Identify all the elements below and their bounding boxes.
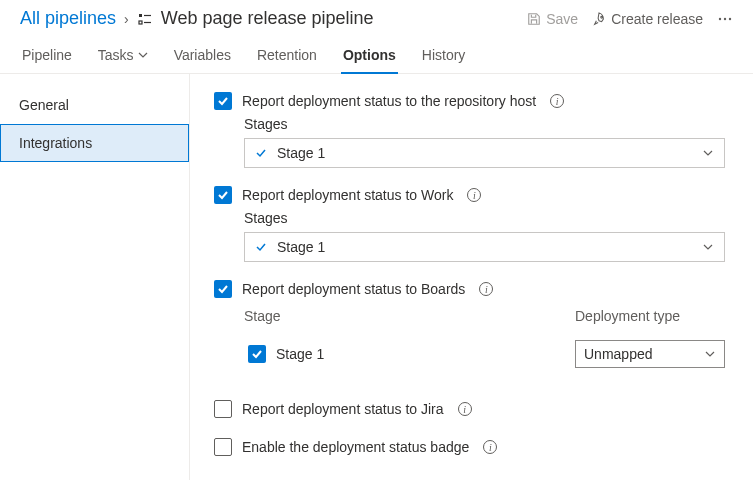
checkbox-boards[interactable] [214,280,232,298]
create-release-button[interactable]: Create release [592,11,703,27]
option-jira: Report deployment status to Jira i [214,400,725,418]
info-icon[interactable]: i [483,440,497,454]
check-icon [255,241,267,253]
col-deployment-type: Deployment type [575,308,725,324]
svg-point-6 [729,17,731,19]
info-icon[interactable]: i [479,282,493,296]
option-label: Report deployment status to Boards [242,281,465,297]
sub-block-boards: Stage Deployment type Stage 1 Unmapped [244,308,725,368]
check-icon [217,189,229,201]
tab-tasks[interactable]: Tasks [96,41,150,73]
chevron-down-icon [704,348,716,360]
option-label: Report deployment status to the reposito… [242,93,536,109]
stage-cell: Stage 1 [276,346,324,362]
header: All pipelines › Web page release pipelin… [0,0,753,33]
body: General Integrations Report deployment s… [0,74,753,480]
more-button[interactable] [717,11,733,27]
sub-block-work: Stages Stage 1 [244,210,725,262]
tab-pipeline[interactable]: Pipeline [20,41,74,73]
option-badge: Enable the deployment status badge i [214,438,725,456]
stages-dropdown-work[interactable]: Stage 1 [244,232,725,262]
chevron-down-icon [702,147,714,159]
tab-history[interactable]: History [420,41,468,73]
tab-variables[interactable]: Variables [172,41,233,73]
stages-label: Stages [244,210,725,226]
option-label: Report deployment status to Jira [242,401,444,417]
save-icon [527,12,541,26]
tab-options[interactable]: Options [341,41,398,73]
more-icon [717,11,733,27]
tab-bar: Pipeline Tasks Variables Retention Optio… [0,33,753,74]
content: Report deployment status to the reposito… [190,74,753,480]
sidebar-item-general[interactable]: General [0,86,189,124]
page-title: Web page release pipeline [161,8,374,29]
check-icon [217,283,229,295]
chevron-down-icon [138,50,148,60]
svg-point-4 [719,17,721,19]
stages-label: Stages [244,116,725,132]
stages-dropdown-repo-host[interactable]: Stage 1 [244,138,725,168]
checkbox-badge[interactable] [214,438,232,456]
check-icon [251,348,263,360]
info-icon[interactable]: i [467,188,481,202]
deployment-type-select[interactable]: Unmapped [575,340,725,368]
col-stage: Stage [244,308,575,324]
tab-retention[interactable]: Retention [255,41,319,73]
chevron-down-icon [702,241,714,253]
breadcrumb-separator: › [124,11,129,27]
checkbox-jira[interactable] [214,400,232,418]
checkbox-stage-row[interactable] [248,345,266,363]
save-button: Save [527,11,578,27]
info-icon[interactable]: i [458,402,472,416]
info-icon[interactable]: i [550,94,564,108]
rocket-icon [592,12,606,26]
sidebar-item-integrations[interactable]: Integrations [0,124,189,162]
sub-block-repo-host: Stages Stage 1 [244,116,725,168]
table-head: Stage Deployment type [244,308,725,324]
header-actions: Save Create release [527,11,733,27]
check-icon [255,147,267,159]
option-boards: Report deployment status to Boards i [214,280,725,298]
breadcrumb-root[interactable]: All pipelines [20,8,116,29]
option-work: Report deployment status to Work i [214,186,725,204]
pipeline-icon [137,11,153,27]
option-label: Report deployment status to Work [242,187,453,203]
sidebar: General Integrations [0,74,190,480]
check-icon [217,95,229,107]
table-row: Stage 1 Unmapped [244,340,725,368]
option-repo-host: Report deployment status to the reposito… [214,92,725,110]
svg-rect-2 [139,21,142,24]
checkbox-repo-host[interactable] [214,92,232,110]
svg-rect-0 [139,14,142,17]
checkbox-work[interactable] [214,186,232,204]
svg-point-5 [724,17,726,19]
option-label: Enable the deployment status badge [242,439,469,455]
